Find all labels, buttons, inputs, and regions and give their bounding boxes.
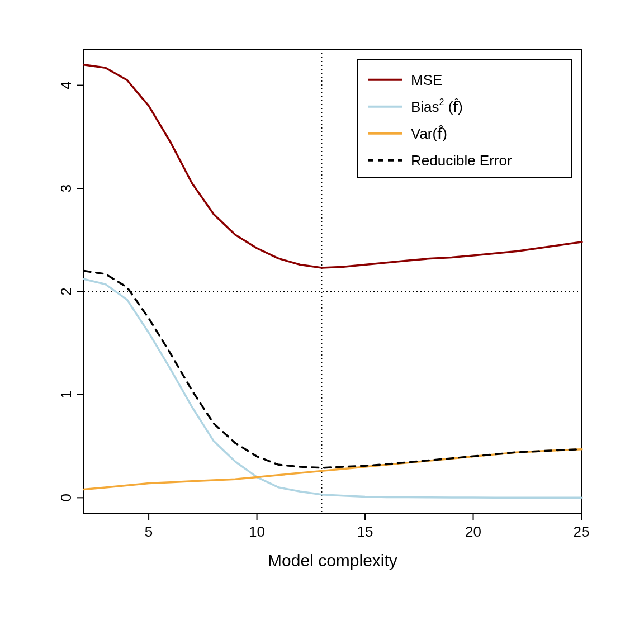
y-tick-label: 0 [58, 494, 74, 501]
y-tick-label: 1 [58, 391, 74, 399]
y-tick-label: 3 [58, 184, 74, 192]
chart-svg: 51015202501234Model complexityMSEBias2 (… [0, 0, 644, 644]
x-tick-label: 5 [145, 523, 153, 540]
series-var [84, 449, 581, 490]
y-tick-label: 4 [58, 81, 74, 89]
x-tick-label: 25 [574, 523, 590, 540]
legend-label: Reducible Error [411, 152, 512, 169]
series-bias2 [84, 279, 581, 498]
series-reducible [84, 271, 581, 468]
chart-container: 51015202501234Model complexityMSEBias2 (… [0, 0, 644, 644]
legend-label: Var(f̂) [411, 125, 447, 142]
legend-label: MSE [411, 72, 442, 88]
y-tick-label: 2 [58, 287, 74, 295]
x-tick-label: 20 [465, 523, 481, 540]
x-axis-title: Model complexity [268, 551, 397, 570]
x-tick-label: 10 [249, 523, 265, 540]
x-tick-label: 15 [357, 523, 373, 540]
legend-label: Bias2 (f̂) [411, 97, 463, 115]
